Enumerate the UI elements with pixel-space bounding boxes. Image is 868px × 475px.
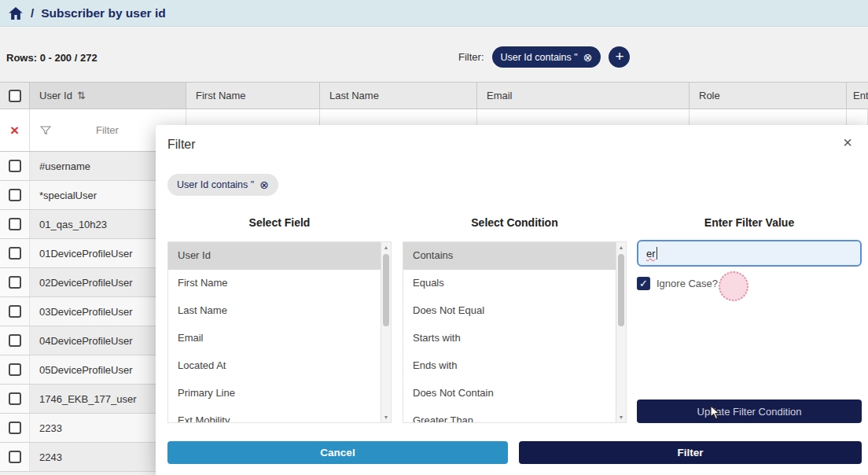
scroll-up-icon[interactable]: ▲ xyxy=(616,242,626,252)
row-checkbox-cell xyxy=(0,239,30,267)
condition-option-doesnotcontain[interactable]: Does Not Contain xyxy=(403,380,616,407)
row-checkbox[interactable] xyxy=(9,276,21,289)
row-checkbox-cell xyxy=(0,268,30,296)
select-field-heading: Select Field xyxy=(167,216,392,229)
filter-value-input[interactable]: er xyxy=(637,240,862,267)
ignore-case-label: Ignore Case? xyxy=(657,278,718,289)
row-checkbox[interactable] xyxy=(9,247,21,260)
close-icon[interactable]: × xyxy=(843,134,852,150)
clear-filters-cell: × xyxy=(0,109,30,151)
remove-filter-icon[interactable]: ⊗ xyxy=(259,179,269,191)
condition-option-doesnotequal[interactable]: Does Not Equal xyxy=(403,297,616,325)
filter-value-heading: Enter Filter Value xyxy=(637,216,862,229)
scroll-up-icon[interactable]: ▲ xyxy=(381,242,391,252)
row-checkbox-cell xyxy=(0,355,30,384)
row-checkbox[interactable] xyxy=(9,189,21,201)
column-header-lastname[interactable]: Last Name xyxy=(320,83,477,109)
rows-value: 0 - 200 / 272 xyxy=(40,52,97,64)
scrollbar-thumb[interactable] xyxy=(383,254,389,326)
rows-count: Rows: 0 - 200 / 272 xyxy=(6,52,97,64)
dialog-filter-chip-label: User Id contains " xyxy=(177,179,254,190)
active-filters: Filter: User Id contains " ⊗ + xyxy=(458,46,630,68)
field-option-userid[interactable]: User Id xyxy=(168,242,381,270)
condition-list-scrollbar[interactable]: ▲ ▼ xyxy=(616,242,626,422)
row-checkbox[interactable] xyxy=(9,160,21,172)
filter-button[interactable]: Filter xyxy=(519,441,862,464)
column-header-role[interactable]: Role xyxy=(690,83,847,109)
row-checkbox-cell xyxy=(0,297,30,326)
row-checkbox[interactable] xyxy=(9,392,21,405)
field-option-extmobility[interactable]: Ext Mobility xyxy=(168,407,381,423)
filter-input-placeholder[interactable]: Filter xyxy=(96,124,119,136)
select-condition-heading: Select Condition xyxy=(403,216,627,229)
page-title: Subscriber by user id xyxy=(41,6,166,20)
row-checkbox-cell xyxy=(0,181,30,209)
click-highlight xyxy=(719,271,748,301)
condition-option-greaterthan[interactable]: Greater Than xyxy=(403,407,616,423)
ignore-case-checkbox[interactable]: ✓ xyxy=(637,277,650,290)
condition-list: Contains Equals Does Not Equal Starts wi… xyxy=(403,241,627,423)
filter-dialog: Filter × User Id contains " ⊗ Select Fie… xyxy=(156,125,868,475)
row-checkbox[interactable] xyxy=(9,334,21,347)
field-option-firstname[interactable]: First Name xyxy=(168,270,381,297)
field-option-primaryline[interactable]: Primary Line xyxy=(168,380,381,407)
row-checkbox-cell xyxy=(0,385,30,413)
row-checkbox[interactable] xyxy=(9,363,21,376)
column-header-email[interactable]: Email xyxy=(477,83,690,109)
row-checkbox-cell xyxy=(0,414,30,442)
row-checkbox-cell xyxy=(0,443,30,471)
breadcrumb-separator: / xyxy=(31,6,34,20)
mouse-cursor-icon xyxy=(709,405,722,421)
row-checkbox-cell xyxy=(0,152,30,180)
top-header: / Subscriber by user id xyxy=(0,0,868,27)
add-filter-button[interactable]: + xyxy=(609,46,630,68)
text-caret xyxy=(657,247,657,260)
scroll-down-icon[interactable]: ▼ xyxy=(616,412,626,422)
filter-chip-label: User Id contains " xyxy=(501,52,578,63)
field-list: User Id First Name Last Name Email Locat… xyxy=(167,241,392,423)
condition-option-startswith[interactable]: Starts with xyxy=(403,325,616,352)
dialog-filter-chip[interactable]: User Id contains " ⊗ xyxy=(167,174,278,196)
filter-chip[interactable]: User Id contains " ⊗ xyxy=(492,46,601,68)
funnel-icon[interactable] xyxy=(39,124,52,137)
select-all-checkbox[interactable] xyxy=(9,90,21,102)
field-option-email[interactable]: Email xyxy=(168,325,381,352)
table-header-row: User Id ⇅ First Name Last Name Email Rol… xyxy=(0,82,868,109)
row-checkbox[interactable] xyxy=(9,451,21,463)
clear-filters-icon[interactable]: × xyxy=(10,123,19,138)
filter-value-text: er xyxy=(646,248,656,260)
row-checkbox[interactable] xyxy=(9,305,21,318)
sort-icon[interactable]: ⇅ xyxy=(77,90,86,101)
filter-label: Filter: xyxy=(458,51,484,63)
field-option-locatedat[interactable]: Located At xyxy=(168,352,381,380)
row-checkbox-cell xyxy=(0,326,30,355)
ignore-case-control[interactable]: ✓ Ignore Case? xyxy=(637,277,718,290)
home-icon[interactable] xyxy=(8,6,24,21)
condition-option-endswith[interactable]: Ends with xyxy=(403,352,616,380)
condition-option-equals[interactable]: Equals xyxy=(403,270,616,297)
field-option-lastname[interactable]: Last Name xyxy=(168,297,381,325)
column-header-ent[interactable]: Ent xyxy=(847,83,868,109)
row-checkbox-cell xyxy=(0,210,30,238)
column-label: User Id xyxy=(39,90,72,101)
remove-filter-icon[interactable]: ⊗ xyxy=(583,52,593,63)
rows-label: Rows: xyxy=(6,52,37,64)
column-header-firstname[interactable]: First Name xyxy=(186,83,320,109)
cancel-button[interactable]: Cancel xyxy=(167,441,508,464)
condition-option-contains[interactable]: Contains xyxy=(403,242,616,270)
row-checkbox[interactable] xyxy=(9,422,21,434)
scrollbar-thumb[interactable] xyxy=(618,254,624,326)
select-all-cell xyxy=(0,83,30,109)
scroll-down-icon[interactable]: ▼ xyxy=(381,412,391,422)
row-checkbox[interactable] xyxy=(9,218,21,230)
update-filter-condition-button[interactable]: Update Filter Condition xyxy=(637,400,862,423)
field-list-scrollbar[interactable]: ▲ ▼ xyxy=(381,242,391,422)
column-header-userid[interactable]: User Id ⇅ xyxy=(30,83,186,109)
dialog-title: Filter xyxy=(167,138,196,152)
